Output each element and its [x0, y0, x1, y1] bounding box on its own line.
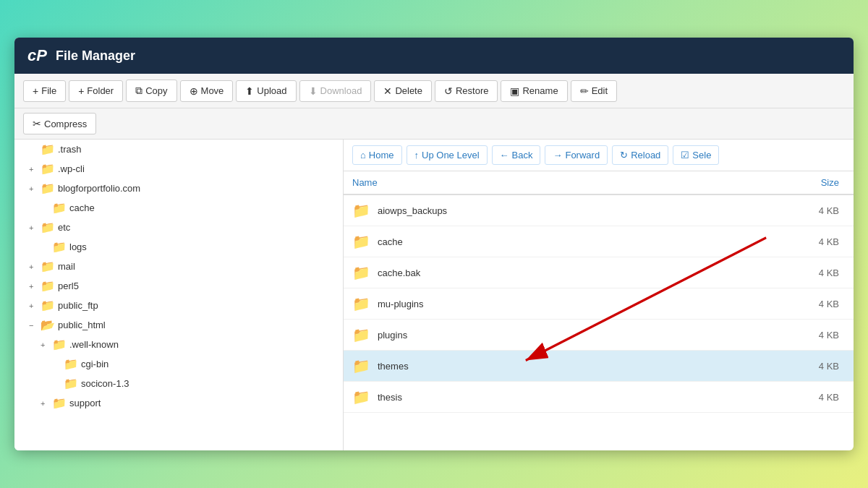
toggle-icon: + [29, 165, 38, 174]
toggle-icon: + [41, 399, 49, 408]
toggle-icon: + [29, 282, 38, 291]
folder-icon: 📁 [352, 233, 370, 250]
folder-cell: 📁 themes [352, 357, 702, 374]
table-row[interactable]: 📁 mu-plugins 4 KB [344, 288, 854, 320]
select-label: Sele [692, 150, 711, 160]
sidebar-item-public-ftp[interactable]: + 📁 public_ftp [14, 296, 343, 315]
sidebar-item-wpcli[interactable]: + 📁 .wp-cli [14, 159, 343, 179]
reload-icon: ↻ [620, 150, 628, 160]
folder-icon: 📁 [352, 388, 370, 406]
select-icon: ☑ [681, 150, 689, 160]
table-row[interactable]: 📁 thesis 4 KB [344, 382, 854, 413]
folder-icon: 📂 [41, 318, 55, 332]
table-row[interactable]: 📁 plugins 4 KB [344, 320, 854, 351]
file-name: themes [378, 361, 409, 372]
move-button[interactable]: ⊕ Move [180, 80, 234, 102]
home-label: Home [369, 150, 394, 160]
forward-label: Forward [565, 150, 600, 160]
upload-label: Upload [257, 85, 286, 96]
file-size: 4 KB [711, 288, 854, 320]
uplevel-label: Up One Level [422, 150, 480, 160]
sidebar-item-etc[interactable]: + 📁 etc [14, 218, 343, 237]
file-label: File [41, 85, 56, 96]
size-column-header[interactable]: Size [711, 171, 854, 194]
sidebar-item-label: .trash [58, 144, 82, 155]
folder-button[interactable]: + Folder [69, 80, 123, 102]
back-button[interactable]: ← Back [492, 145, 541, 165]
sidebar-item-cache[interactable]: 📁 cache [14, 198, 343, 218]
compress-button[interactable]: ✂ Compress [23, 113, 96, 134]
sidebar-item-mail[interactable]: + 📁 mail [14, 257, 343, 276]
toggle-icon: + [29, 184, 38, 193]
sidebar-item-trash[interactable]: 📁 .trash [14, 140, 343, 159]
sidebar-item-perl5[interactable]: + 📁 perl5 [14, 276, 343, 296]
rename-button[interactable]: ▣ Rename [501, 80, 567, 102]
sidebar-item-logs[interactable]: 📁 logs [14, 237, 343, 257]
sidebar-item-label: .wp-cli [58, 163, 85, 174]
select-button[interactable]: ☑ Sele [673, 145, 719, 165]
sidebar-item-public-html[interactable]: − 📂 public_html [14, 315, 343, 335]
compress-label: Compress [44, 119, 87, 129]
restore-icon: ↺ [444, 85, 453, 97]
download-label: Download [320, 85, 362, 96]
move-icon: ⊕ [190, 85, 198, 97]
file-name: aiowps_backups [378, 205, 447, 216]
folder-cell: 📁 mu-plugins [352, 295, 702, 312]
name-column-header[interactable]: Name [344, 171, 711, 194]
folder-icon: 📁 [41, 299, 55, 312]
sidebar-item-label: cgi-bin [81, 359, 109, 369]
folder-icon: 📁 [352, 326, 370, 343]
folder-icon: 📁 [41, 221, 55, 234]
restore-button[interactable]: ↺ Restore [435, 80, 498, 102]
sidebar-item-label: socicon-1.3 [81, 378, 129, 389]
folder-cell: 📁 cache [352, 233, 702, 250]
home-button[interactable]: ⌂ Home [352, 145, 402, 165]
table-row[interactable]: 📁 aiowps_backups 4 KB [344, 194, 854, 226]
folder-icon: 📁 [41, 260, 55, 273]
folder-label: Folder [87, 85, 114, 96]
sidebar-item-cgi-bin[interactable]: 📁 cgi-bin [14, 354, 343, 374]
folder-icon: 📁 [52, 201, 67, 215]
reload-button[interactable]: ↻ Reload [612, 145, 668, 165]
folder-icon: 📁 [64, 357, 78, 371]
sidebar-item-label: public_ftp [58, 300, 98, 311]
file-button[interactable]: + File [23, 80, 66, 102]
table-row[interactable]: 📁 cache.bak 4 KB [344, 257, 854, 288]
folder-cell: 📁 aiowps_backups [352, 202, 702, 219]
sidebar-item-socicon[interactable]: 📁 socicon-1.3 [14, 374, 343, 393]
folder-icon: 📁 [352, 202, 370, 219]
sidebar-item-label: support [69, 398, 101, 408]
move-label: Move [201, 85, 224, 96]
file-name: cache [378, 236, 403, 247]
back-label: Back [512, 150, 533, 160]
forward-button[interactable]: → Forward [545, 145, 608, 165]
sidebar-item-blogforportfolio[interactable]: + 📁 blogforportfolio.com [14, 179, 343, 198]
edit-button[interactable]: ✏ Edit [571, 80, 617, 102]
home-icon: ⌂ [360, 150, 366, 160]
toggle-icon: + [41, 341, 49, 349]
titlebar: cP File Manager [14, 38, 854, 74]
sidebar-item-label: mail [58, 261, 75, 272]
sidebar-item-label: blogforportfolio.com [58, 183, 140, 194]
uplevel-button[interactable]: ↑ Up One Level [407, 145, 488, 165]
file-manager-window: cP File Manager + File + Folder ⧉ Copy ⊕… [14, 38, 854, 450]
sidebar-item-label: etc [58, 222, 70, 233]
sidebar: 📁 .trash + 📁 .wp-cli + 📁 blogforportfoli… [14, 140, 344, 450]
back-icon: ← [500, 150, 509, 160]
file-size: 4 KB [711, 257, 854, 288]
download-button[interactable]: ⬇ Download [299, 80, 372, 102]
sidebar-item-label: cache [69, 202, 95, 213]
delete-button[interactable]: ✕ Delete [374, 80, 432, 102]
sidebar-item-well-known[interactable]: + 📁 .well-known [14, 335, 343, 354]
copy-icon: ⧉ [135, 85, 142, 97]
sidebar-item-support[interactable]: + 📁 support [14, 393, 343, 413]
table-row[interactable]: 📁 themes 4 KB [344, 351, 854, 382]
plus-icon: + [33, 85, 38, 97]
table-row[interactable]: 📁 cache 4 KB [344, 226, 854, 257]
upload-button[interactable]: ⬆ Upload [236, 80, 296, 102]
sidebar-item-label: .well-known [69, 339, 119, 350]
file-size: 4 KB [711, 382, 854, 413]
folder-cell: 📁 cache.bak [352, 264, 702, 281]
copy-button[interactable]: ⧉ Copy [126, 80, 176, 102]
toggle-icon: + [29, 301, 38, 310]
